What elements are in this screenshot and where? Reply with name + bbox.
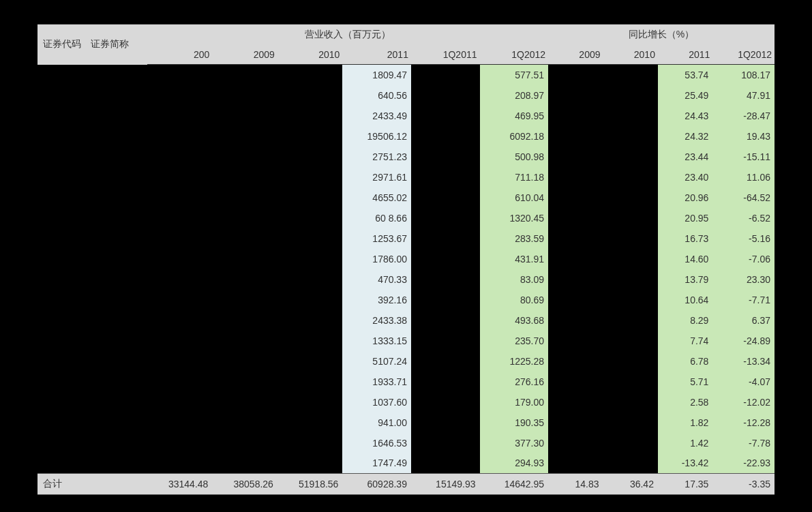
cell-rev-1q2011: [411, 290, 480, 310]
cell-rev-200: [147, 85, 213, 106]
cell-name: [85, 106, 147, 126]
cell-rev-1q2011: [411, 331, 480, 351]
cell-yoy-2011: 16.73: [658, 228, 712, 249]
cell-rev-2009: [212, 106, 277, 126]
table-row: 19506.126092.1824.3219.43: [37, 126, 775, 147]
cell-rev-200: [147, 147, 213, 167]
cell-yoy-1q2012: 19.43: [712, 126, 775, 147]
cell-name: [85, 147, 147, 167]
cell-rev-2010: [277, 187, 343, 208]
cell-yoy-2011: 2.58: [658, 392, 712, 412]
cell-yoy-2009: [548, 433, 603, 453]
cell-rev-2011: 1253.67: [342, 228, 411, 249]
cell-rev-1q2012: 208.97: [480, 85, 549, 106]
table-row: 1786.00431.9114.60-7.06: [37, 249, 775, 269]
cell-rev-200: [147, 453, 213, 474]
cell-rev-200: [147, 392, 213, 412]
cell-yoy-1q2012: -64.52: [712, 187, 775, 208]
cell-yoy-2011: 25.49: [658, 85, 712, 106]
cell-rev-2011: 1037.60: [342, 392, 411, 412]
cell-rev-2010: [277, 106, 343, 126]
cell-yoy-2010: [603, 85, 658, 106]
cell-yoy-1q2012: -3.35: [712, 474, 775, 495]
cell-rev-2009: 38058.26: [212, 474, 277, 495]
cell-code: [37, 433, 85, 453]
cell-rev-2009: [212, 249, 277, 269]
cell-rev-2011: 2971.61: [342, 167, 411, 187]
cell-yoy-2011: 1.82: [658, 412, 712, 433]
col-yoy-1q2012: 1Q2012: [712, 45, 775, 65]
cell-yoy-2011: 14.60: [658, 249, 712, 269]
cell-rev-2009: [212, 392, 277, 412]
table-row: 470.3383.0913.7923.30: [37, 269, 775, 290]
cell-rev-1q2012: 493.68: [480, 310, 549, 331]
cell-name: [85, 392, 147, 412]
cell-rev-2011: 640.56: [342, 85, 411, 106]
cell-yoy-2011: 23.40: [658, 167, 712, 187]
cell-yoy-2010: [603, 269, 658, 290]
table-row: 60 8.661320.4520.95-6.52: [37, 208, 775, 228]
cell-yoy-2011: -13.42: [658, 453, 712, 474]
cell-yoy-2009: [548, 147, 603, 167]
col-group-yoy: 同比增长（%）: [548, 25, 775, 46]
cell-rev-1q2011: [411, 208, 480, 228]
cell-yoy-2009: [548, 392, 603, 412]
cell-rev-2011: 1809.47: [342, 65, 411, 85]
cell-code: [37, 351, 85, 372]
cell-name: [85, 331, 147, 351]
cell-code: [37, 412, 85, 433]
cell-rev-200: [147, 269, 213, 290]
table-row: 2433.49469.9524.43-28.47: [37, 106, 775, 126]
cell-name: [85, 412, 147, 433]
cell-rev-200: [147, 412, 213, 433]
cell-rev-2010: [277, 208, 343, 228]
cell-rev-200: [147, 249, 213, 269]
cell-yoy-2011: 10.64: [658, 290, 712, 310]
cell-yoy-2009: [548, 208, 603, 228]
col-rev-1q2012: 1Q2012: [480, 45, 549, 65]
cell-rev-1q2012: 276.16: [480, 372, 549, 392]
cell-yoy-1q2012: -15.11: [712, 147, 775, 167]
cell-rev-1q2012: 6092.18: [480, 126, 549, 147]
cell-rev-2010: [277, 433, 343, 453]
cell-rev-1q2011: [411, 433, 480, 453]
cell-yoy-2009: [548, 167, 603, 187]
col-rev-2010: 2010: [277, 45, 343, 65]
cell-rev-2011: 1646.53: [342, 433, 411, 453]
cell-rev-2011: 60928.39: [342, 474, 411, 495]
cell-rev-1q2012: 711.18: [480, 167, 549, 187]
cell-rev-2011: 2751.23: [342, 147, 411, 167]
table-row: 1747.49294.93-13.42-22.93: [37, 453, 775, 474]
col-yoy-2009: 2009: [548, 45, 603, 65]
cell-rev-2010: [277, 351, 343, 372]
cell-rev-1q2012: 500.98: [480, 147, 549, 167]
cell-rev-200: [147, 126, 213, 147]
cell-yoy-2010: [603, 65, 658, 85]
cell-yoy-1q2012: 6.37: [712, 310, 775, 331]
cell-yoy-2010: [603, 126, 658, 147]
cell-rev-2011: 4655.02: [342, 187, 411, 208]
cell-name: [85, 126, 147, 147]
cell-name: [85, 351, 147, 372]
cell-rev-1q2011: [411, 85, 480, 106]
cell-code: [37, 106, 85, 126]
cell-name: [85, 372, 147, 392]
cell-name: [85, 310, 147, 331]
cell-yoy-2011: 7.74: [658, 331, 712, 351]
cell-yoy-2010: [603, 351, 658, 372]
table-row: 5107.241225.286.78-13.34: [37, 351, 775, 372]
cell-yoy-2009: [548, 126, 603, 147]
cell-rev-2010: [277, 147, 343, 167]
cell-yoy-2010: [603, 331, 658, 351]
cell-rev-1q2011: [411, 372, 480, 392]
cell-rev-200: [147, 167, 213, 187]
cell-rev-200: [147, 351, 213, 372]
cell-rev-2011: 1786.00: [342, 249, 411, 269]
col-yoy-2011: 2011: [658, 45, 712, 65]
cell-name: [85, 65, 147, 85]
cell-rev-2009: [212, 187, 277, 208]
cell-yoy-1q2012: -7.06: [712, 249, 775, 269]
cell-code: [37, 392, 85, 412]
cell-rev-2010: [277, 228, 343, 249]
cell-yoy-2010: [603, 208, 658, 228]
